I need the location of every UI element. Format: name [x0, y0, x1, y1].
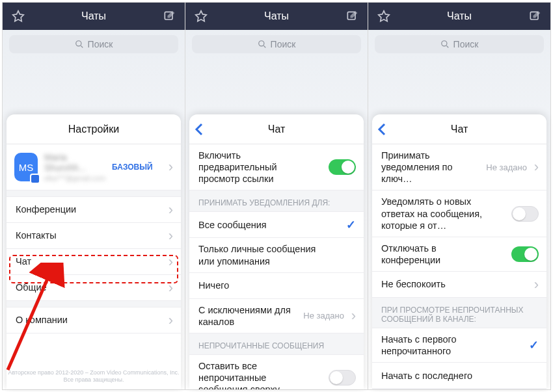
avatar: MS	[14, 153, 38, 181]
copyright: Авторское право 2012-2020 – Zoom Video C…	[7, 369, 181, 384]
search-bar[interactable]: Поиск	[368, 30, 550, 59]
screen-chat-settings-2: Чаты Поиск Чат Принимать уведомления по …	[368, 3, 550, 389]
topbar-title: Чаты	[81, 10, 106, 22]
topbar-title: Чаты	[264, 10, 289, 22]
nav-chat[interactable]: Чат	[7, 249, 181, 275]
compose-icon[interactable]	[161, 8, 177, 24]
back-button[interactable]	[195, 114, 214, 144]
compose-icon[interactable]	[344, 8, 360, 24]
nav-general[interactable]: Общие	[7, 275, 181, 301]
section-receive-for: ПРИНИМАТЬ УВЕДОМЛЕНИЯ ДЛЯ:	[189, 190, 364, 212]
search-icon	[75, 40, 84, 49]
star-icon[interactable]	[10, 8, 26, 24]
section-when-notify: КОГДА МЕНЯ УВЕДОМЛЯТЬ:	[372, 389, 546, 389]
row-mute-in-meeting[interactable]: Отключать в конференции	[372, 237, 546, 272]
toggle-link-preview[interactable]	[329, 159, 356, 175]
plan-badge: БАЗОВЫЙ	[112, 163, 153, 172]
row-keep-unread-top[interactable]: Оставить все непрочитанные сообщения све…	[189, 355, 364, 389]
settings-panel: Настройки MS Maria Shurohh... elka***@gm…	[7, 114, 181, 389]
search-bar[interactable]: Поиск	[185, 30, 368, 59]
camera-icon	[30, 174, 40, 184]
check-icon: ✓	[346, 218, 356, 232]
search-icon	[440, 40, 450, 49]
topbar-title: Чаты	[447, 10, 472, 22]
search-icon	[258, 40, 267, 49]
opt-start-first-unread[interactable]: Начать с первого непрочитанного ✓	[372, 328, 546, 363]
screen-settings: Чаты Поиск Настройки MS Maria Shurohh	[3, 3, 185, 389]
compose-icon[interactable]	[527, 8, 543, 24]
star-icon[interactable]	[193, 8, 209, 24]
section-unread-channel: ПРИ ПРОСМОТРЕ НЕПРОЧИТАННЫХ СООБЩЕНИЙ В …	[372, 298, 546, 328]
row-link-preview[interactable]: Включить предварительный просмотр ссылки	[189, 144, 364, 190]
opt-start-last[interactable]: Начать с последнего	[372, 363, 546, 389]
opt-all-messages[interactable]: Все сообщения ✓	[189, 212, 364, 238]
screen-chat-settings-1: Чаты Поиск Чат Включить предварительный …	[185, 3, 368, 389]
row-reply-notifications[interactable]: Уведомлять о новых ответах на сообщения,…	[372, 190, 546, 237]
section-unread: НЕПРОЧИТАННЫЕ СООБЩЕНИЯ	[189, 333, 364, 355]
panel-title: Чат	[451, 124, 468, 135]
star-icon[interactable]	[376, 8, 392, 24]
chat-settings-panel: Чат Принимать уведомления по ключ… Не за…	[372, 114, 546, 389]
opt-channel-exceptions[interactable]: С исключениями для каналов Не задано	[189, 299, 364, 333]
topbar: Чаты	[185, 3, 368, 30]
row-dnd[interactable]: Не беспокоить	[372, 272, 546, 298]
panel-title: Настройки	[68, 124, 119, 135]
toggle-reply-notifications[interactable]	[511, 206, 539, 222]
topbar: Чаты	[368, 3, 550, 30]
search-placeholder: Поиск	[88, 39, 113, 49]
svg-point-1	[75, 41, 81, 46]
profile-email: elka***@gmail.com	[44, 174, 105, 182]
svg-point-4	[258, 41, 263, 46]
topbar: Чаты	[3, 3, 185, 30]
opt-private-mentions[interactable]: Только личные сообщения или упоминания	[189, 238, 364, 272]
profile-row[interactable]: MS Maria Shurohh... elka***@gmail.com БА…	[7, 144, 181, 190]
opt-nothing[interactable]: Ничего	[189, 273, 364, 299]
nav-conferences[interactable]: Конференции	[7, 197, 181, 223]
profile-name: Maria Shurohh...	[44, 152, 105, 173]
nav-about[interactable]: О компании	[7, 307, 181, 333]
panel-header: Настройки	[7, 114, 181, 144]
svg-point-6	[441, 41, 446, 46]
search-bar[interactable]: Поиск	[3, 30, 185, 59]
back-button[interactable]	[377, 114, 397, 144]
panel-title: Чат	[268, 124, 286, 135]
check-icon: ✓	[529, 338, 539, 352]
chat-settings-panel: Чат Включить предварительный просмотр сс…	[189, 114, 364, 389]
row-keyword-notifications[interactable]: Принимать уведомления по ключ… Не задано	[372, 144, 546, 190]
toggle-mute-in-meeting[interactable]	[511, 246, 539, 262]
nav-contacts[interactable]: Контакты	[7, 223, 181, 249]
toggle-keep-unread-top[interactable]	[329, 370, 356, 385]
